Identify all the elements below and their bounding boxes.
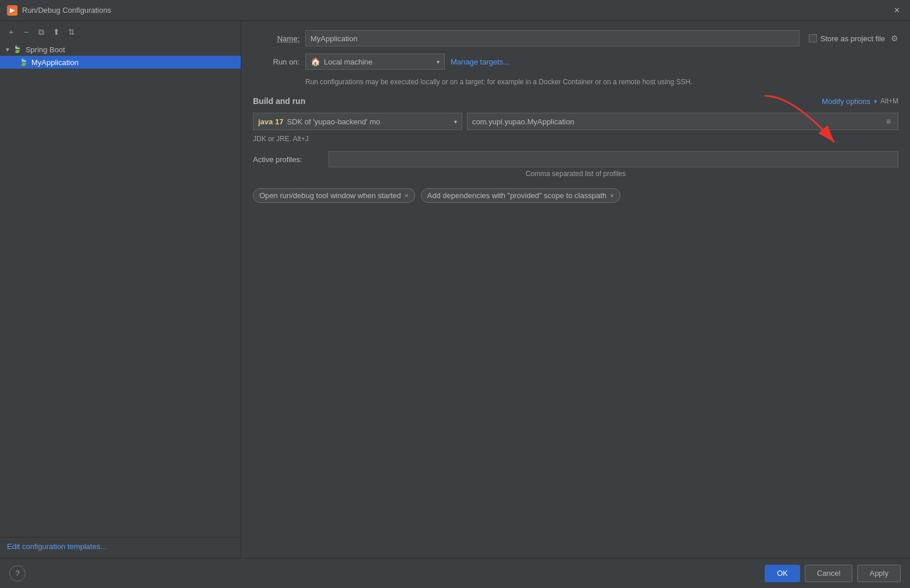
myapp-icon: 🍃 [19,58,28,67]
cancel-button[interactable]: Cancel [805,565,852,582]
sidebar: + − ⧉ ⬆ ⇅ ▼ 🍃 Spring Boot 🍃 MyApplicatio… [0,21,241,558]
dialog: ▶ Run/Debug Configurations × + − ⧉ ⬆ ⇅ ▼… [0,0,910,588]
main-class-field-container: ≡ [467,113,898,130]
name-row: Name: Store as project file ⚙ [253,30,898,46]
main-area: + − ⧉ ⬆ ⇅ ▼ 🍃 Spring Boot 🍃 MyApplicatio… [0,21,910,558]
name-input[interactable] [305,30,800,46]
store-project-container: Store as project file ⚙ [809,34,898,43]
title-bar: ▶ Run/Debug Configurations × [0,0,910,21]
sidebar-item-myapplication[interactable]: 🍃 MyApplication [0,56,241,69]
java-sdk-dropdown[interactable]: java 17 SDK of 'yupao-backend' mo ▾ [253,113,462,130]
run-on-dropdown[interactable]: 🏠 Local machine ▾ [305,53,445,70]
profiles-row: Active profiles: [253,151,898,167]
store-project-label: Store as project file [820,34,885,43]
main-class-input[interactable] [472,117,884,126]
store-project-checkbox[interactable] [809,34,817,42]
tag1-label: Open run/debug tool window when started [259,191,401,200]
active-profiles-input[interactable] [329,151,898,167]
info-text-content: Run configurations may be executed local… [305,78,693,86]
run-on-container: 🏠 Local machine ▾ Manage targets... [305,53,509,70]
sdk-chevron-icon: ▾ [454,119,457,125]
sidebar-item-spring-boot[interactable]: ▼ 🍃 Spring Boot [0,43,241,56]
tags-row: Open run/debug tool window when started … [253,188,898,203]
tree-arrow: ▼ [5,46,10,53]
app-icon: ▶ [7,5,17,16]
active-profiles-label: Active profiles: [253,155,323,164]
bottom-bar: ? OK Cancel Apply [0,558,910,588]
modify-options-dropdown-arrow[interactable]: ▾ [874,98,877,105]
myapp-label: MyApplication [31,58,78,67]
name-label: Name: [253,34,299,43]
run-on-label: Run on: [253,58,299,66]
manage-targets-link[interactable]: Manage targets... [451,58,509,66]
tag2-close-button[interactable]: × [610,192,614,200]
run-on-row: Run on: 🏠 Local machine ▾ Manage targets… [253,53,898,70]
copy-config-button[interactable]: ⧉ [35,26,48,38]
build-run-title: Build and run [253,96,305,106]
local-machine-text: Local machine [324,58,373,66]
spring-boot-icon: 🍃 [13,45,22,54]
sidebar-footer: Edit configuration templates... [0,537,241,555]
home-icon: 🏠 [311,57,320,66]
config-panel: Name: Store as project file ⚙ Run on: 🏠 … [241,21,910,558]
java-sdk-row: java 17 SDK of 'yupao-backend' mo ▾ ≡ [253,113,898,130]
modify-options-link[interactable]: Modify options [822,97,870,106]
java-version-badge: java 17 [258,117,283,126]
sort-config-button[interactable]: ⇅ [65,26,78,38]
move-config-button[interactable]: ⬆ [50,26,63,38]
build-run-header: Build and run Modify options ▾ Alt+M [253,96,898,106]
jdk-hint: JDK or JRE. Alt+J [253,135,898,143]
spring-boot-label: Spring Boot [26,45,65,54]
dialog-title: Run/Debug Configurations [22,6,891,15]
tag-open-run-debug: Open run/debug tool window when started … [253,188,415,203]
apply-button[interactable]: Apply [857,565,901,582]
modify-options-shortcut: Alt+M [880,97,898,105]
profiles-hint: Comma separated list of profiles [253,170,898,178]
chevron-down-icon: ▾ [437,59,440,65]
modify-options-container: Modify options ▾ Alt+M [822,97,898,106]
info-text: Run configurations may be executed local… [305,77,898,87]
edit-templates-link[interactable]: Edit configuration templates... [7,542,106,551]
add-config-button[interactable]: + [5,26,17,38]
help-button[interactable]: ? [9,565,26,582]
tag2-label: Add dependencies with "provided" scope t… [427,191,606,200]
tag-add-dependencies: Add dependencies with "provided" scope t… [421,188,620,203]
browse-button[interactable]: ≡ [884,116,893,127]
tag1-close-button[interactable]: × [405,192,409,200]
close-button[interactable]: × [891,4,903,17]
sdk-label: SDK of 'yupao-backend' mo [287,117,380,126]
gear-icon[interactable]: ⚙ [891,34,898,43]
sidebar-toolbar: + − ⧉ ⬆ ⇅ [0,23,241,41]
ok-button[interactable]: OK [765,565,800,582]
remove-config-button[interactable]: − [20,26,33,38]
